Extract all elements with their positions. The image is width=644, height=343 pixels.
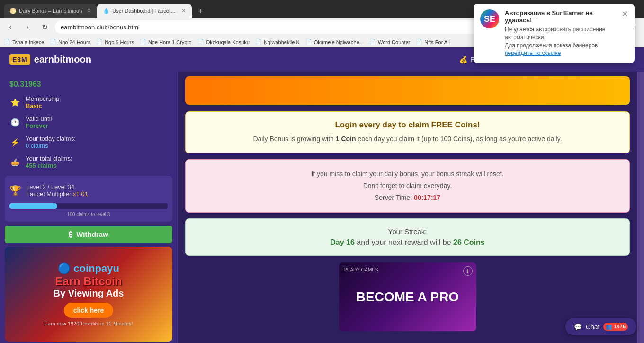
card-yellow-highlight: 1 Coin [336, 135, 356, 143]
total-claims-value: 455 claims [26, 162, 72, 169]
coinpayu-click-button[interactable]: click here [64, 303, 114, 318]
card-pink-server: Server Time: 00:17:17 [195, 192, 620, 204]
clock-icon: 🕐 [9, 117, 21, 128]
multiplier-label: Faucet Multiplier [26, 190, 71, 198]
card-pink-body: If you miss to claim your daily bonus, y… [195, 168, 620, 204]
card-yellow-title-text: Login every day to claim FREE Coins! [335, 120, 480, 129]
notif-icon: SE [480, 9, 499, 28]
ad-logo: READY GAMES [344, 267, 378, 272]
notif-link[interactable]: перейдите по ссылке [505, 50, 561, 56]
notif-body: Не удается авторизовать расширение автом… [505, 26, 616, 57]
membership-info: Membership Basic [26, 95, 60, 109]
progress-label: 100 claims to level 3 [9, 212, 168, 217]
page-content: $0.31963 ⭐ Membership Basic 🕐 Valid unti… [0, 72, 644, 343]
bookmark-okumele[interactable]: 📄Okumele Ngiwabhe... [305, 39, 364, 45]
valid-value: Forever [26, 122, 52, 129]
withdraw-label: Withdraw [76, 230, 108, 238]
chat-icon: 💬 [574, 323, 582, 331]
level-text: Level 2 / Level 34 [26, 183, 88, 190]
card-yellow-suffix: each day you claim it (up to 100 Coins),… [356, 135, 562, 143]
top-banner [185, 76, 630, 105]
streak-reward: 26 Coins [453, 238, 485, 246]
right-scrollbar[interactable] [637, 72, 644, 343]
bookmark-okokuqala[interactable]: 📄Okokuqala Kosuku [197, 39, 250, 45]
sidebar-balance: $0.31963 [5, 76, 172, 92]
ad-info-icon[interactable]: ℹ [463, 266, 473, 276]
total-claims-info: Your total claims: 455 claims [26, 155, 72, 169]
withdraw-button[interactable]: ₿ Withdraw [5, 226, 172, 243]
tab-daily-bonus[interactable]: 🌕 Daily Bonus – Earnbitmoon ✕ [4, 4, 97, 18]
server-time: 00:17:17 [414, 194, 440, 201]
bookmark-ngo24[interactable]: 📄Ngo 24 Hours [50, 39, 90, 45]
total-claims-label: Your total claims: [26, 155, 72, 162]
tab-close-2[interactable]: ✕ [181, 8, 186, 14]
bookmark-hora1[interactable]: 📄Nge Hora 1 Crypto [140, 39, 192, 45]
sidebar-today-claims-row: ⚡ Your today claims: 0 claims [5, 132, 172, 152]
sidebar-membership-row: ⭐ Membership Basic [5, 92, 172, 112]
streak-text: and your next reward will be [355, 238, 453, 246]
sidebar: $0.31963 ⭐ Membership Basic 🕐 Valid unti… [0, 72, 178, 343]
card-pink-line1: If you miss to claim your daily bonus, y… [195, 168, 620, 180]
card-yellow-title: Login every day to claim FREE Coins! [195, 120, 620, 130]
card-green: Your Streak: Day 16 and your next reward… [185, 218, 630, 256]
chat-label: Chat [586, 323, 600, 331]
coin-icon: 💰 [459, 56, 467, 63]
tab-favicon-2: 💧 [103, 8, 109, 14]
ad-container: READY GAMES BECOME A PRO ℹ [185, 262, 630, 331]
membership-icon: ⭐ [9, 97, 21, 108]
coinpayu-bg: 🔵 coinpayu Earn Bitcoin By Viewing Ads c… [5, 247, 172, 342]
site-logo[interactable]: E3M earnbitmoon [9, 54, 91, 65]
coinpayu-headline1: Earn Bitcoin [55, 275, 122, 288]
bookmark-ngo6[interactable]: 📄Ngo 6 Hours [96, 39, 134, 45]
coinpayu-sub-text: Earn now 19200 credits in 12 Minutes! [44, 321, 133, 326]
logo-name: earnbitmoon [34, 54, 91, 65]
coinpayu-logo: 🔵 coinpayu [58, 262, 119, 275]
sidebar-level-section: 🏆 Level 2 / Level 34 Faucet Multiplier x… [5, 176, 172, 222]
bookmark-ngiwabhekile[interactable]: 📄Ngiwabhekile K [255, 39, 300, 45]
today-claims-label: Your today claims: [26, 135, 76, 142]
bookmark-nfts[interactable]: 📄Nfts For All [416, 39, 450, 45]
card-yellow-prefix: Daily Bonus is growing with [253, 135, 335, 143]
notif-close-button[interactable]: ✕ [622, 9, 628, 18]
valid-label: Valid until [26, 115, 52, 122]
ad-headline: BECOME A PRO [356, 289, 459, 305]
streak-value: Day 16 and your next reward will be 26 C… [195, 238, 620, 247]
notif-body2: Для продолжения показа баннеров [505, 42, 598, 49]
multiplier-value: x1.01 [73, 190, 88, 198]
server-label: Server Time: [375, 194, 414, 201]
tab-close-1[interactable]: ✕ [87, 8, 91, 14]
progress-bar-wrap [9, 203, 168, 209]
card-pink-line2: Don't forget to claim everyday. [195, 180, 620, 192]
new-tab-button[interactable]: + [194, 5, 207, 18]
multiplier-row: Faucet Multiplier x1.01 [26, 190, 88, 198]
tab-faucetpay[interactable]: 💧 User Dashboard | FaucetPay ✕ [97, 4, 192, 18]
coinpayu-ad: 🔵 coinpayu Earn Bitcoin By Viewing Ads c… [5, 247, 172, 342]
bitcoin-icon: ₿ [69, 230, 72, 238]
chat-button[interactable]: 💬 Chat 👥 1476 [565, 318, 636, 335]
sidebar-total-claims-row: 🥧 Your total claims: 455 claims [5, 152, 172, 172]
back-button[interactable]: ‹ [4, 20, 17, 34]
valid-info: Valid until Forever [26, 115, 52, 129]
reload-button[interactable]: ↻ [38, 20, 51, 34]
tab-favicon-1: 🌕 [9, 8, 16, 14]
chart-icon: 🥧 [9, 156, 21, 168]
lightning-icon: ⚡ [9, 136, 21, 148]
tab-title-2: User Dashboard | FaucetPay [112, 8, 177, 14]
chat-count: 👥 1476 [603, 323, 628, 331]
streak-title: Your Streak: [195, 227, 620, 235]
logo-box: E3M [9, 54, 30, 65]
today-claims-value: 0 claims [26, 142, 76, 149]
today-claims-info: Your today claims: 0 claims [26, 135, 76, 149]
coinpayu-headline2: By Viewing Ads [54, 288, 124, 299]
progress-bar-fill [9, 203, 57, 209]
sidebar-valid-row: 🕐 Valid until Forever [5, 112, 172, 132]
bookmark-wordcounter[interactable]: 📄Word Counter [369, 39, 410, 45]
card-yellow: Login every day to claim FREE Coins! Dai… [185, 111, 630, 153]
notification-popup: SE Авторизация в SurfEarner не удалась! … [474, 4, 635, 63]
level-info: Level 2 / Level 34 Faucet Multiplier x1.… [26, 183, 88, 198]
notif-content: Авторизация в SurfEarner не удалась! Не … [505, 9, 616, 57]
forward-button[interactable]: › [21, 20, 34, 34]
ad-image: READY GAMES BECOME A PRO ℹ [339, 262, 476, 331]
bookmark-tshala[interactable]: 📄Tshala Inkece [4, 39, 44, 45]
notif-title: Авторизация в SurfEarner не удалась! [505, 9, 616, 24]
